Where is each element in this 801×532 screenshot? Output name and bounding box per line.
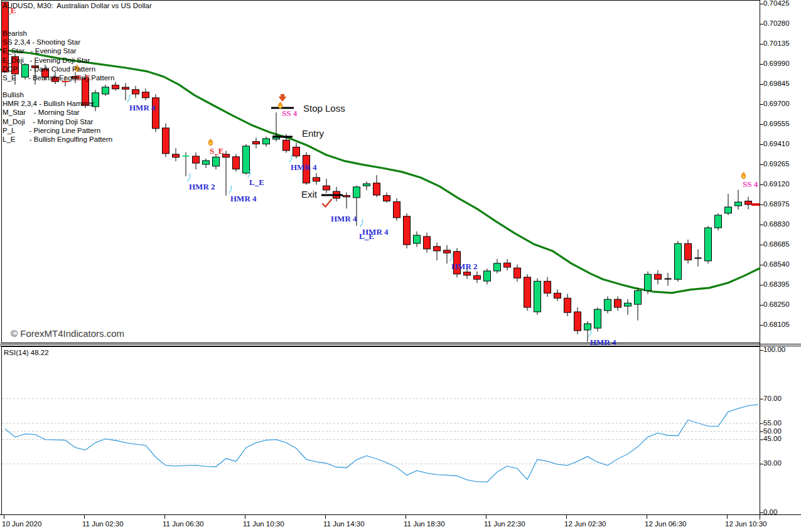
price-axis-label: 0.70425 xyxy=(763,0,790,7)
candle xyxy=(122,83,129,100)
rsi-axis-label: 50.00 xyxy=(763,427,782,435)
mt4-chart-window: AUDUSD, M30: Australian Dollar vs US Dol… xyxy=(0,0,801,532)
time-axis-label: 12 Jun 10:30 xyxy=(725,520,767,528)
candle xyxy=(534,279,541,315)
candle xyxy=(253,138,260,149)
candle xyxy=(374,175,380,197)
candle xyxy=(193,152,200,169)
candle xyxy=(333,187,340,201)
candle xyxy=(625,299,632,315)
candle xyxy=(645,272,652,294)
candle xyxy=(494,259,501,274)
legend-item: SS 2,3,4 - Shooting Star xyxy=(3,38,114,46)
legend-bullish-title: Bullish xyxy=(3,90,112,99)
time-axis-label: 12 Jun 06:30 xyxy=(645,520,687,528)
candle xyxy=(132,86,139,98)
pattern-label: S_E xyxy=(210,146,223,156)
candle xyxy=(514,265,521,282)
rsi-panel-border xyxy=(2,347,760,515)
time-axis-label: 12 Jun 02:30 xyxy=(564,520,606,528)
price-axis-label: 0.68250 xyxy=(763,301,790,308)
candle xyxy=(484,269,491,284)
candle xyxy=(695,249,702,266)
candle xyxy=(665,273,672,286)
legend-item: E_Doji - Evening Doji Star xyxy=(3,56,114,65)
candle xyxy=(414,231,421,247)
candle xyxy=(615,297,621,311)
candle xyxy=(424,233,431,253)
candle xyxy=(293,143,300,159)
price-axis-label: 0.69265 xyxy=(763,160,790,168)
candle xyxy=(183,152,190,176)
candle xyxy=(363,181,370,190)
candle xyxy=(725,194,732,215)
candle xyxy=(203,159,210,168)
flame-icon xyxy=(278,102,282,109)
price-axis-label: 0.70135 xyxy=(763,40,790,47)
watermark: © ForexMT4Indicators.com xyxy=(11,328,124,339)
candle xyxy=(173,148,180,161)
price-axis-label: 0.69845 xyxy=(763,80,790,87)
flame-icon xyxy=(208,139,213,146)
candle xyxy=(404,213,411,248)
rsi-axis-label: 45.00 xyxy=(763,435,782,442)
legend-bearish: Bearish SS 2,3,4 - Shooting Star E_Star … xyxy=(3,29,114,82)
time-axis-label: 11 Jun 18:30 xyxy=(404,520,445,528)
legend-bullish: Bullish HMR 2,3,4 - Bullish Hammer M_Sta… xyxy=(3,90,112,144)
candle xyxy=(343,193,350,209)
candle xyxy=(323,179,330,193)
legend-item: M_Doji - Morning Doji Star xyxy=(3,117,112,126)
pattern-label: HMR 4 xyxy=(291,162,317,173)
candle xyxy=(635,288,642,320)
chart-canvas[interactable] xyxy=(0,0,801,532)
price-axis-label: 0.68975 xyxy=(763,200,790,208)
chart-title: AUDUSD, M30: Australian Dollar vs US Dol… xyxy=(3,2,152,9)
sparkle-icon xyxy=(589,329,591,337)
pattern-label: HMR 2 xyxy=(451,262,478,272)
time-axis-label: 11 Jun 06:30 xyxy=(163,520,204,528)
pattern-label: SS 4 xyxy=(743,179,758,189)
pattern-label: HMR 2 xyxy=(189,182,215,192)
candle xyxy=(705,226,712,263)
pattern-label: S_E xyxy=(2,6,16,16)
legend-item: P_L - Piercing Line Pattern xyxy=(3,126,112,135)
rsi-line xyxy=(5,405,758,482)
stop-loss-label: Stop Loss xyxy=(303,103,345,114)
sparkle-icon xyxy=(450,253,453,261)
candle xyxy=(594,307,601,331)
pattern-label: HMR 4 xyxy=(331,214,357,224)
exit-label: Exit xyxy=(301,189,317,200)
candle xyxy=(223,151,230,195)
candle xyxy=(394,198,400,221)
candle xyxy=(434,242,441,260)
candle xyxy=(213,155,220,169)
time-axis-label: 10 Jun 2020 xyxy=(2,520,41,528)
price-axis-label: 0.68105 xyxy=(763,321,790,328)
sparkle-icon xyxy=(127,95,130,102)
candle xyxy=(685,240,692,263)
sparkle-icon xyxy=(229,186,232,193)
candle xyxy=(524,274,531,311)
price-axis-label: 0.70280 xyxy=(763,19,790,27)
legend-item: DCP - Dark Cloud Pattern xyxy=(3,65,114,73)
candle xyxy=(263,137,270,147)
time-axis-label: 11 Jun 22:30 xyxy=(484,520,525,528)
candle xyxy=(745,196,752,209)
pattern-label: HMR 4 xyxy=(362,227,389,237)
price-axis-label: 0.69555 xyxy=(763,120,790,127)
pattern-label: HMR 4 xyxy=(129,103,156,113)
legend-item: M_Star - Morning Star xyxy=(3,108,112,117)
time-axis-label: 11 Jun 02:30 xyxy=(82,520,124,528)
candle xyxy=(313,173,320,185)
legend-bearish-title: Bearish xyxy=(3,29,114,38)
sell-arrow-icon xyxy=(279,94,287,102)
entry-label: Entry xyxy=(302,128,324,139)
legend-item: E_Star - Evening Star xyxy=(3,46,114,55)
legend-item: HMR 2,3,4 - Bullish Hammer xyxy=(3,99,112,108)
candle xyxy=(243,144,250,175)
pattern-label: HMR 4 xyxy=(590,338,616,348)
candle xyxy=(444,245,451,264)
candle xyxy=(605,296,611,313)
current-price-marker xyxy=(751,203,760,206)
sparkle-icon xyxy=(188,174,190,181)
